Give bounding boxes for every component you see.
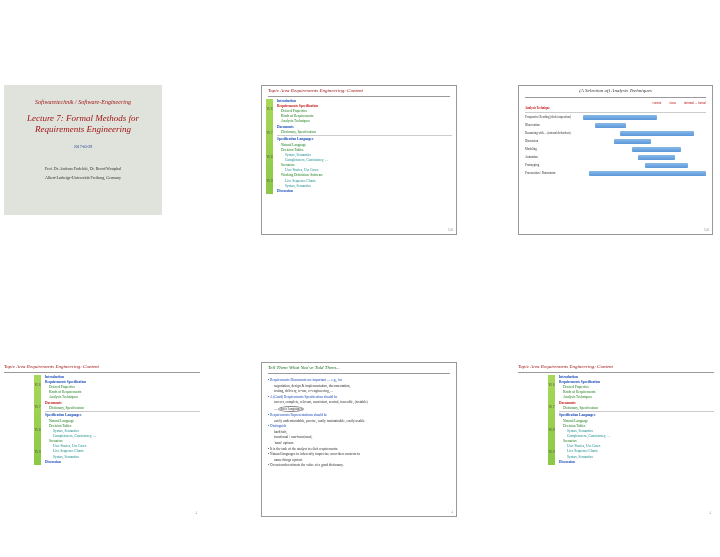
vl-label: VL 7 xyxy=(548,406,554,410)
outline-body: VL 6 VL 7 VL 8 VL 9 Introduction Require… xyxy=(4,375,200,465)
chart-col-headers: content focus informal ... formal xyxy=(525,102,706,106)
topic-header: Topic Area Requirements Engineering: Con… xyxy=(518,364,714,373)
vl-label: VL 9 xyxy=(266,180,272,184)
row-label: Discussion xyxy=(525,140,583,144)
page-number: 4 xyxy=(452,511,454,515)
lecture-stripe: VL 6 VL 7 VL 8 VL 9 xyxy=(34,375,41,465)
item: Discussion xyxy=(45,459,200,464)
col-label: informal ... formal xyxy=(684,102,706,106)
chart-row: Modeling xyxy=(525,146,706,154)
chart-row: Observation xyxy=(525,122,706,130)
row-label: Animation xyxy=(525,156,583,160)
chart-row: Perspective Reading (desk inspection) xyxy=(525,114,706,122)
row-label: Modeling xyxy=(525,148,583,152)
slide-outline-b: Topic Area Requirements Engineering: Con… xyxy=(4,362,200,517)
row-label: Reasoning with ... (natural deduction) xyxy=(525,132,583,136)
topic-header: Topic Area Requirements Engineering: Con… xyxy=(4,364,200,373)
item: Specification Languages xyxy=(45,411,200,418)
row-label: Perspective Reading (desk inspection) xyxy=(525,116,583,120)
col-label: focus xyxy=(669,102,676,106)
item: Specification Languages xyxy=(277,135,452,142)
vl-label: VL 9 xyxy=(34,451,40,455)
item: Discussion xyxy=(277,189,452,194)
chart-row: Provocation / Brainstorm xyxy=(525,170,706,178)
affiliation: Albert-Ludwigs-Universität Freiburg, Ger… xyxy=(12,175,154,180)
subitem: Dictionary, Specification xyxy=(45,405,200,410)
topic-header: Topic Area Requirements Engineering: Con… xyxy=(268,88,450,97)
supertitle: Softwaretechnik / Software-Engineering xyxy=(12,99,154,107)
vl-label: VL 6 xyxy=(548,384,554,388)
chart-row: Animation xyxy=(525,154,706,162)
vl-label: VL 7 xyxy=(266,132,272,136)
tell-header: Tell Them What You've Told Them... xyxy=(268,365,450,374)
outline-body: VL 6 VL 7 VL 8 VL 9 Introduction Require… xyxy=(262,99,456,194)
slide-outline-c: Topic Area Requirements Engineering: Con… xyxy=(518,362,714,517)
title-box: Softwaretechnik / Software-Engineering L… xyxy=(4,85,162,215)
row-label: Prototyping xyxy=(525,164,583,168)
row-header: Analysis Technique xyxy=(525,107,706,113)
vl-label: VL 8 xyxy=(548,429,554,433)
lecture-stripe: VL 6 VL 7 VL 8 VL 9 xyxy=(266,99,273,194)
line: — three languages xyxy=(268,405,450,413)
page-number: 2/49 xyxy=(448,229,453,233)
col-label: content xyxy=(653,102,662,106)
page-number: 3/49 xyxy=(704,229,709,233)
page-number: 4 xyxy=(710,512,712,516)
vl-label: VL 8 xyxy=(34,429,40,433)
vl-label: VL 9 xyxy=(548,451,554,455)
outline-items: Introduction Requirements Specification … xyxy=(41,375,200,465)
slide-analysis: (A Selection of) Analysis Techniques con… xyxy=(518,85,713,235)
vl-label: VL 8 xyxy=(266,156,272,160)
chart-row: Reasoning with ... (natural deduction) xyxy=(525,130,706,138)
lecture-stripe: VL 6 VL 7 VL 8 VL 9 xyxy=(548,375,555,465)
vl-label: VL 7 xyxy=(34,406,40,410)
vl-label: VL 6 xyxy=(34,384,40,388)
outline-items: Introduction Requirements Specification … xyxy=(273,99,452,194)
subitem: Dictionary, Specification xyxy=(277,129,452,134)
slide-outline-a: Topic Area Requirements Engineering: Con… xyxy=(261,85,457,235)
tell-body: • Requirements Documents are important —… xyxy=(262,376,456,471)
slide-tell: Tell Them What You've Told Them... • Req… xyxy=(261,362,457,517)
line: • Do not underestimate the value of a go… xyxy=(268,463,450,469)
chart-row: Prototyping xyxy=(525,162,706,170)
subitem: Dictionary, Specification xyxy=(559,405,714,410)
row-label: Provocation / Brainstorm xyxy=(525,172,583,176)
authors: Prof. Dr. Andreas Podelski, Dr. Bernd We… xyxy=(12,166,154,171)
row-label: Observation xyxy=(525,124,583,128)
vl-label: VL 6 xyxy=(266,108,272,112)
slide-title: Softwaretechnik / Software-Engineering L… xyxy=(4,85,162,215)
chart-row: Discussion xyxy=(525,138,706,146)
main-title: Lecture 7: Formal Methods for Requiremen… xyxy=(12,113,154,135)
page-number: 4 xyxy=(196,512,198,516)
outline-body: VL 6 VL 7 VL 8 VL 9 Introduction Require… xyxy=(518,375,714,465)
analysis-header: (A Selection of) Analysis Techniques xyxy=(525,86,706,98)
item: Discussion xyxy=(559,459,714,464)
date: 2017-05-29 xyxy=(12,144,154,149)
item: Specification Languages xyxy=(559,411,714,418)
analysis-chart: content focus informal ... formal Analys… xyxy=(519,98,712,196)
outline-items: Introduction Requirements Specification … xyxy=(555,375,714,465)
